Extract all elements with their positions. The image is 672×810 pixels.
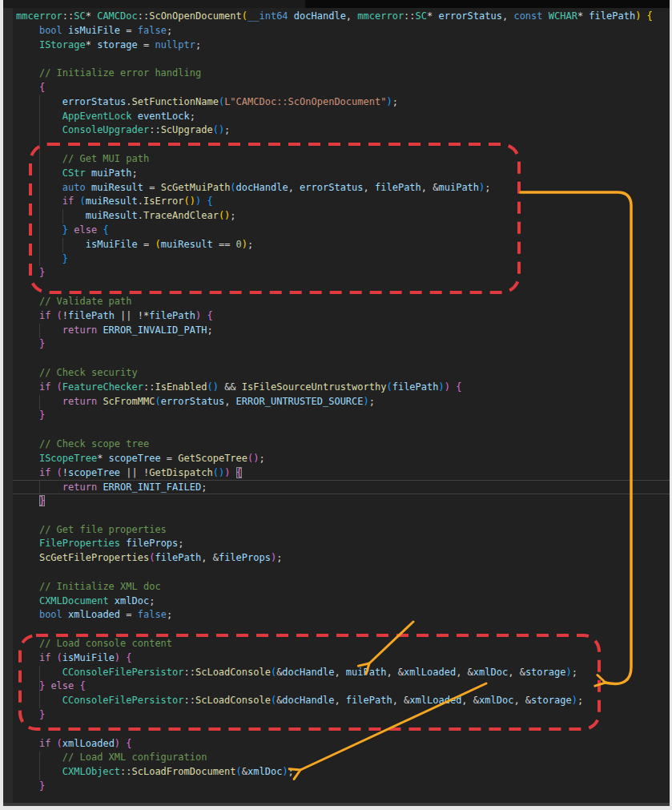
code-line: AppEventLock eventLock; xyxy=(13,110,670,124)
code-line: return ScFromMMC(errorStatus, ERROR_UNTR… xyxy=(13,395,670,409)
code-line: IScopeTree* scopeTree = GetScopeTree(); xyxy=(13,452,670,466)
code-line xyxy=(13,138,670,152)
code-line: mmcerror::SC* CAMCDoc::ScOnOpenDocument(… xyxy=(13,10,670,24)
code-line xyxy=(13,509,670,523)
top-bar xyxy=(3,0,670,8)
code-line: } xyxy=(13,337,670,352)
code-line: // Check scope tree xyxy=(13,437,670,452)
code-line: // Initialize XML doc xyxy=(13,580,670,594)
code-line: } xyxy=(13,780,670,794)
code-line: // Load console content xyxy=(13,637,670,651)
bottom-scroll-strip xyxy=(3,803,670,806)
code-line xyxy=(13,52,670,66)
code-editor[interactable]: mmcerror::SC* CAMCDoc::ScOnOpenDocument(… xyxy=(3,0,670,806)
code-line: muiResult.TraceAndClear(); xyxy=(13,209,670,224)
top-bar-left-segment xyxy=(3,0,305,8)
code-line: } else { xyxy=(13,224,670,238)
code-line: } xyxy=(13,409,670,423)
code-line-current: return ERROR_INIT_FAILED; xyxy=(13,480,670,494)
code-line: CStr muiPath; xyxy=(13,167,670,181)
code-line: errorStatus.SetFunctionName(L"CAMCDoc::S… xyxy=(13,95,670,110)
code-line: } xyxy=(13,494,670,509)
code-line: CConsoleFilePersistor::ScLoadConsole(&do… xyxy=(13,694,670,708)
code-lines: mmcerror::SC* CAMCDoc::ScOnOpenDocument(… xyxy=(13,10,670,803)
code-line xyxy=(13,280,670,295)
code-line: FileProperties fileProps; xyxy=(13,537,670,551)
code-line: bool xmlLoaded = false; xyxy=(13,608,670,623)
code-line: auto muiResult = ScGetMuiPath(docHandle,… xyxy=(13,181,670,195)
code-line: if (xmlLoaded) { xyxy=(13,737,670,752)
code-line: if (FeatureChecker::IsEnabled() && IsFil… xyxy=(13,381,670,395)
code-line: bool isMuiFile = false; xyxy=(13,24,670,38)
code-line xyxy=(13,566,670,580)
code-line: { xyxy=(13,81,670,95)
code-line: CXMLObject::ScLoadFromDocument(&xmlDoc); xyxy=(13,765,670,780)
code-line: isMuiFile = (muiResult == 0); xyxy=(13,238,670,252)
code-line: IStorage* storage = nullptr; xyxy=(13,38,670,53)
code-line: // Get MUI path xyxy=(13,152,670,167)
code-line xyxy=(13,723,670,737)
code-line: if (muiResult.IsError()) { xyxy=(13,195,670,209)
code-line: // Check security xyxy=(13,366,670,381)
code-line: // Initialize error handling xyxy=(13,66,670,81)
code-line: if (isMuiFile) { xyxy=(13,651,670,666)
code-line: CConsoleFilePersistor::ScLoadConsole(&do… xyxy=(13,666,670,680)
code-line: ScGetFileProperties(filePath, &fileProps… xyxy=(13,551,670,566)
code-line: ConsoleUpgrader::ScUpgrade(); xyxy=(13,123,670,138)
code-line: } xyxy=(13,252,670,267)
editor-gutter xyxy=(3,8,13,806)
code-line: return ERROR_INVALID_PATH; xyxy=(13,324,670,338)
code-line xyxy=(13,423,670,437)
code-line: } else { xyxy=(13,679,670,694)
code-line: if (!scopeTree || !GetDispatch()) { xyxy=(13,466,670,481)
screenshot-root: { "colors": { "editor_bg": "#212121", "f… xyxy=(0,0,672,810)
code-line: if (!filePath || !*filePath) { xyxy=(13,309,670,324)
code-line: CXMLDocument xmlDoc; xyxy=(13,594,670,609)
code-line xyxy=(13,623,670,637)
code-line: // Load XML configuration xyxy=(13,751,670,765)
code-line: // Validate path xyxy=(13,295,670,309)
code-line xyxy=(13,352,670,366)
code-line: } xyxy=(13,708,670,723)
code-line: } xyxy=(13,266,670,280)
code-line: // Get file properties xyxy=(13,523,670,538)
